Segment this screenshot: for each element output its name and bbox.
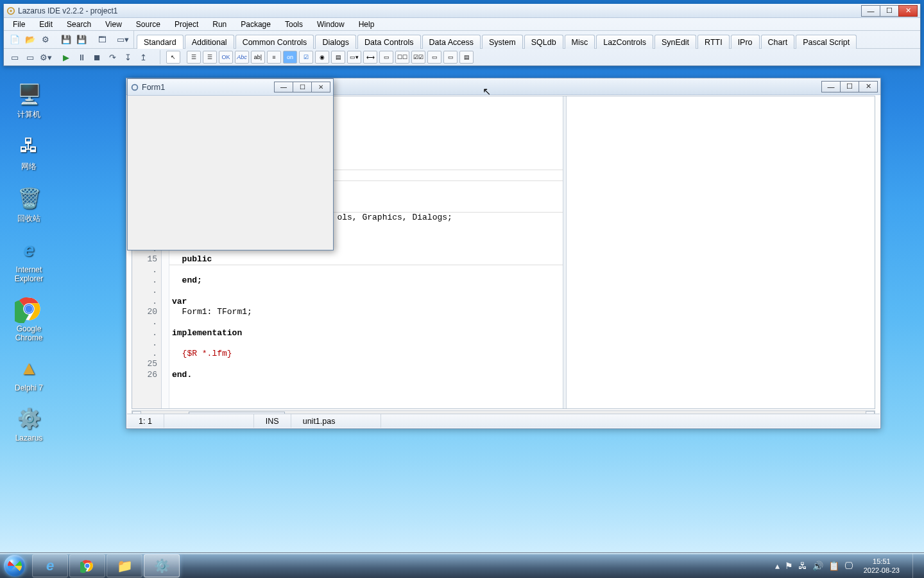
menu-search[interactable]: Search (64, 19, 94, 30)
menu-edit[interactable]: Edit (37, 19, 55, 30)
palette-tab-ipro[interactable]: IPro (731, 35, 760, 49)
taskbar-item-chrome[interactable] (69, 554, 105, 577)
build-modes-button[interactable]: ⚙▾ (38, 50, 53, 64)
form-icon (130, 83, 139, 92)
tpopupmenu-button[interactable]: ☰ (203, 51, 217, 64)
tcombobox-button[interactable]: ▭▾ (347, 51, 361, 64)
minimize-button[interactable]: — (861, 5, 880, 17)
palette-tab-additional[interactable]: Additional (185, 35, 234, 49)
editor-maximize-button[interactable]: ☐ (840, 81, 859, 92)
menu-tools[interactable]: Tools (282, 19, 305, 30)
tradiogroup-button[interactable]: ☐☐ (395, 51, 409, 64)
tbutton-button[interactable]: OK (219, 51, 233, 64)
step-into-button[interactable]: ↧ (121, 50, 135, 64)
desktop-icon-label: 计算机 (5, 109, 53, 120)
palette-tab-sqldb[interactable]: SQLdb (524, 35, 563, 49)
palette-tab-rtti[interactable]: RTTI (697, 35, 730, 49)
form-designer-titlebar[interactable]: Form1 — ☐ ✕ (128, 79, 333, 96)
tmemo-button[interactable]: ≡ (267, 51, 281, 64)
show-desktop-button[interactable] (912, 554, 921, 578)
taskbar-item-ie[interactable]: e (32, 554, 68, 577)
form-designer-window[interactable]: Form1 — ☐ ✕ (127, 78, 334, 250)
editor-close-button[interactable]: ✕ (859, 81, 878, 92)
tactionlist-button[interactable]: ▤ (459, 51, 474, 64)
chrome-icon (15, 296, 43, 322)
tray-network-icon[interactable]: 🖧 (798, 561, 807, 571)
palette-tab-data-controls[interactable]: Data Controls (357, 35, 420, 49)
desktop-icon-ie[interactable]: e Internet Explorer (5, 237, 53, 283)
stop-button[interactable]: ⏹ (90, 50, 104, 64)
palette-tab-lazcontrols[interactable]: LazControls (596, 35, 653, 49)
desktop-icon-network[interactable]: 🖧 网络 (5, 133, 53, 172)
palette-tab-data-access[interactable]: Data Access (422, 35, 481, 49)
tray-screen-icon[interactable]: 🖵 (844, 561, 853, 571)
palette-tab-standard[interactable]: Standard (137, 35, 184, 49)
new-unit-button[interactable]: 📄 (8, 33, 22, 47)
tedit-button[interactable]: ab| (251, 51, 265, 64)
editor-minimize-button[interactable]: — (821, 81, 841, 92)
tpanel-button[interactable]: ▭ (427, 51, 441, 64)
taskbar-item-explorer[interactable]: 📁 (107, 554, 142, 577)
computer-icon: 🖥️ (15, 81, 43, 107)
tgroupbox-button[interactable]: ▭ (379, 51, 393, 64)
desktop-icon-label: Google Chrome (5, 324, 53, 342)
desktop-icon-chrome[interactable]: Google Chrome (5, 296, 53, 342)
menu-help[interactable]: Help (356, 19, 377, 30)
tcheckgroup-button[interactable]: ☑☑ (411, 51, 425, 64)
open-button[interactable]: 📂 (23, 33, 37, 47)
pause-button[interactable]: ⏸ (74, 50, 89, 64)
form-minimize-button[interactable]: — (274, 82, 293, 92)
start-button[interactable] (0, 553, 30, 579)
new-form-button[interactable]: ⚙ (38, 33, 53, 47)
form-canvas[interactable] (128, 96, 333, 250)
palette-tab-misc[interactable]: Misc (565, 35, 595, 49)
tray-volume-icon[interactable]: 🔊 (812, 561, 823, 571)
save-all-button[interactable]: 💾 (74, 33, 89, 47)
palette-tab-synedit[interactable]: SynEdit (654, 35, 696, 49)
maximize-button[interactable]: ☐ (880, 5, 899, 17)
view-units-button[interactable]: ▭▾ (116, 33, 130, 47)
desktop-icon-recycle[interactable]: 🗑️ 回收站 (5, 185, 53, 224)
tmainmenu-button[interactable]: ☰ (187, 51, 201, 64)
taskbar-item-lazarus[interactable]: ⚙️ (144, 554, 180, 577)
toggle-form-unit-button[interactable]: 🗔 (95, 33, 109, 47)
menu-project[interactable]: Project (172, 19, 201, 30)
run-button[interactable]: ▶ (59, 50, 73, 64)
menu-view[interactable]: View (103, 19, 124, 30)
palette-tab-common-controls[interactable]: Common Controls (235, 35, 314, 49)
palette-tab-chart[interactable]: Chart (761, 35, 795, 49)
menu-file[interactable]: File (10, 19, 28, 30)
tcheckbox-button[interactable]: ☑ (299, 51, 313, 64)
tray-clipboard-icon[interactable]: 📋 (828, 561, 839, 571)
tlabel-button[interactable]: Abc (235, 51, 249, 64)
palette-tab-dialogs[interactable]: Dialogs (315, 35, 356, 49)
tray-clock[interactable]: 15:51 2022-08-23 (859, 557, 905, 575)
palette-tab-system[interactable]: System (482, 35, 523, 49)
ttogglebox-button[interactable]: on (283, 51, 297, 64)
desktop-icon-computer[interactable]: 🖥️ 计算机 (5, 81, 53, 120)
tray-flag-icon[interactable]: ⚑ (785, 561, 793, 571)
tscrollbar-button[interactable]: ⟷ (363, 51, 377, 64)
close-button[interactable]: ✕ (898, 5, 918, 17)
view-forms-button[interactable]: ▭ (8, 50, 22, 64)
step-out-button[interactable]: ↥ (136, 50, 150, 64)
tframe-button[interactable]: ▭ (443, 51, 458, 64)
desktop-icon-lazarus[interactable]: ⚙️ Lazarus (5, 405, 53, 442)
menu-window[interactable]: Window (314, 19, 347, 30)
save-button[interactable]: 💾 (59, 33, 73, 47)
menu-source[interactable]: Source (133, 19, 163, 30)
selection-tool-button[interactable]: ↖ (166, 51, 180, 64)
tlistbox-button[interactable]: ▤ (331, 51, 345, 64)
menu-package[interactable]: Package (238, 19, 273, 30)
desktop-icon-delphi[interactable]: ▲ Delphi 7 (5, 355, 53, 392)
tray-chevron-up-icon[interactable]: ▴ (775, 561, 780, 571)
tradiobutton-button[interactable]: ◉ (315, 51, 329, 64)
palette-tab-pascal-script[interactable]: Pascal Script (796, 35, 857, 49)
menu-run[interactable]: Run (210, 19, 229, 30)
desktop-icon-label: 网络 (5, 161, 53, 172)
view-units-button-2[interactable]: ▭ (23, 50, 37, 64)
step-over-button[interactable]: ↷ (105, 50, 119, 64)
form-close-button[interactable]: ✕ (311, 82, 330, 92)
ide-titlebar[interactable]: Lazarus IDE v2.2.2 - project1 — ☐ ✕ (4, 4, 920, 18)
form-maximize-button[interactable]: ☐ (293, 82, 312, 92)
